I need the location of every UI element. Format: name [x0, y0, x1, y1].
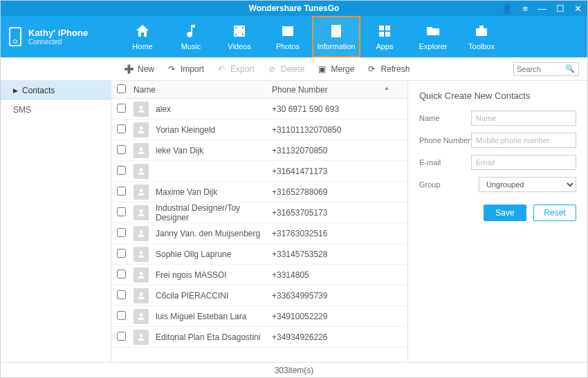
table-row[interactable]: alex+30 6971 590 693: [111, 99, 407, 120]
panel-title: Quick Create New Contacts: [419, 91, 576, 101]
svg-point-1: [140, 126, 143, 130]
app-title: Wondershare TunesGo: [249, 3, 340, 13]
nav-photos[interactable]: Photos: [264, 16, 312, 57]
new-button[interactable]: ➕New: [124, 64, 154, 74]
avatar-icon: [134, 164, 149, 179]
column-name[interactable]: Name: [134, 85, 272, 95]
item-count: 303: [275, 366, 288, 375]
import-button[interactable]: ↷Import: [167, 64, 204, 74]
nav-toolbox[interactable]: Toolbox: [457, 16, 506, 57]
delete-button[interactable]: ⊘Delete: [267, 64, 305, 74]
user-icon[interactable]: 👤: [502, 4, 513, 13]
contact-name: Editorial Plan Eta Dsagostini: [156, 332, 272, 342]
group-select[interactable]: Ungrouped: [479, 177, 576, 192]
row-checkbox[interactable]: [117, 187, 126, 196]
contact-name: C6cila PIERACCINI: [156, 291, 272, 301]
delete-icon: ⊘: [267, 64, 277, 74]
row-checkbox[interactable]: [117, 249, 126, 258]
toolbar: ➕New ↷Import ↶Export ⊘Delete ▣Merge ⟳Ref…: [1, 57, 587, 81]
row-checkbox[interactable]: [117, 270, 126, 278]
row-checkbox[interactable]: [117, 124, 126, 133]
nav-music[interactable]: Music: [167, 16, 215, 57]
contact-phone: +31101132070850: [272, 125, 402, 135]
export-icon: ↶: [217, 64, 226, 74]
save-button[interactable]: Save: [484, 205, 526, 221]
table-row[interactable]: Maxime Van Dijk+31652788069: [111, 182, 407, 202]
close-button[interactable]: ✕: [574, 4, 582, 13]
nav-apps[interactable]: Apps: [360, 16, 409, 57]
table-row[interactable]: +31641471173: [111, 161, 407, 182]
contact-phone: +34910052229: [272, 312, 402, 321]
nav-explorer[interactable]: Explorer: [409, 16, 457, 57]
row-checkbox[interactable]: [117, 104, 126, 113]
contact-phone: +34934926226: [272, 332, 402, 342]
nav-videos[interactable]: Videos: [215, 16, 264, 57]
maximize-button[interactable]: ☐: [556, 4, 564, 13]
table-row[interactable]: Editorial Plan Eta Dsagostini+3493492622…: [111, 327, 407, 348]
contact-phone: +31132070850: [272, 146, 402, 155]
caret-icon: ▶: [13, 87, 18, 94]
search-box[interactable]: 🔍: [513, 62, 579, 76]
contact-phone: +33634995739: [272, 291, 402, 301]
svg-point-8: [140, 272, 143, 275]
group-label: Group: [419, 180, 479, 189]
row-checkbox[interactable]: [117, 228, 126, 237]
merge-button[interactable]: ▣Merge: [317, 64, 354, 74]
name-input[interactable]: [471, 111, 576, 126]
row-checkbox[interactable]: [117, 311, 126, 320]
table-row[interactable]: Yorian Kleingeld+31101132070850: [111, 120, 407, 140]
select-all-checkbox[interactable]: [117, 84, 126, 93]
header: Kathy' iPhone Connected Home Music Video…: [1, 16, 587, 57]
svg-point-9: [140, 292, 143, 296]
rows-container[interactable]: alex+30 6971 590 693Yorian Kleingeld+311…: [111, 99, 407, 362]
row-checkbox[interactable]: [117, 290, 126, 299]
search-input[interactable]: [517, 65, 565, 73]
sidebar-item-sms[interactable]: SMS: [1, 100, 111, 120]
table-row[interactable]: Frei ngois MASSOI+3314805: [111, 265, 407, 285]
row-checkbox[interactable]: [117, 166, 126, 175]
refresh-button[interactable]: ⟳Refresh: [367, 64, 410, 74]
contact-phone: +31653705173: [272, 208, 402, 218]
plus-icon: ➕: [124, 64, 134, 74]
table-row[interactable]: Sophie Ollg Laprune+33145753528: [111, 244, 407, 265]
export-button[interactable]: ↶Export: [217, 64, 255, 74]
contact-name: ieke Van Dijk: [156, 146, 272, 155]
avatar-icon: [134, 122, 149, 138]
nav-home[interactable]: Home: [118, 16, 167, 57]
contact-phone: +31641471173: [272, 167, 402, 176]
list-header: Name Phone Number▲: [111, 81, 407, 99]
avatar-icon: [134, 330, 149, 345]
row-checkbox[interactable]: [117, 145, 126, 154]
phone-input[interactable]: [471, 133, 576, 148]
table-row[interactable]: C6cila PIERACCINI+33634995739: [111, 285, 407, 306]
email-input[interactable]: [471, 155, 576, 170]
svg-point-4: [140, 189, 143, 192]
sidebar: ▶Contacts SMS: [1, 81, 111, 362]
contact-phone: +3314805: [272, 270, 402, 280]
svg-point-6: [140, 230, 143, 234]
refresh-icon: ⟳: [367, 64, 376, 74]
menu-icon[interactable]: ≡: [522, 4, 528, 13]
email-label: E-mail: [419, 158, 471, 167]
window-controls: 👤 ≡ — ☐ ✕: [502, 1, 582, 16]
table-row[interactable]: Industrial Designer/Toy Designer+3165370…: [111, 202, 407, 223]
contact-name: Janny Van. den Muijsenberg: [156, 229, 272, 238]
nav-information[interactable]: Information: [312, 16, 360, 57]
row-checkbox[interactable]: [117, 332, 126, 341]
sidebar-item-contacts[interactable]: ▶Contacts: [1, 81, 111, 100]
contact-name: alex: [156, 104, 272, 114]
device-panel[interactable]: Kathy' iPhone Connected: [1, 27, 111, 46]
sort-icon[interactable]: ▲: [384, 85, 389, 91]
minimize-button[interactable]: —: [538, 4, 546, 13]
row-checkbox[interactable]: [117, 207, 126, 216]
svg-point-2: [140, 147, 143, 151]
reset-button[interactable]: Reset: [533, 205, 576, 221]
table-row[interactable]: ieke Van Dijk+31132070850: [111, 140, 407, 161]
avatar-icon: [134, 288, 149, 303]
svg-point-0: [140, 106, 143, 109]
search-icon[interactable]: 🔍: [565, 64, 575, 73]
phone-icon: [9, 27, 21, 46]
table-row[interactable]: luis Miguel Esteban Lara+34910052229: [111, 306, 407, 327]
table-row[interactable]: Janny Van. den Muijsenberg+31763032516: [111, 223, 407, 244]
column-phone[interactable]: Phone Number▲: [272, 85, 402, 95]
